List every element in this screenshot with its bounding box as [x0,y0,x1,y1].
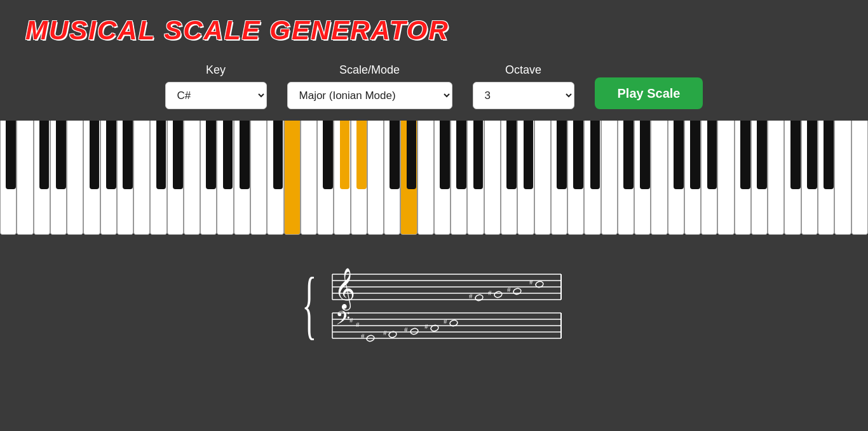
black-key-0[interactable] [6,121,16,189]
scale-control-group: Scale/Mode Major (Ionian Mode) Natural M… [287,63,452,109]
white-key-39[interactable] [651,121,667,235]
black-key-27[interactable] [640,121,650,189]
octave-select[interactable]: 1 2 3 4 5 [473,82,574,109]
black-key-23[interactable] [557,121,567,189]
scale-select[interactable]: Major (Ionian Mode) Natural Minor Harmon… [287,82,452,109]
black-key-29[interactable] [690,121,700,189]
black-key-19[interactable] [456,121,466,189]
svg-text:#: # [383,329,387,336]
white-key-1[interactable] [17,121,33,235]
black-key-26[interactable] [623,121,634,189]
white-key-36[interactable] [601,121,618,235]
svg-text:𝄢: 𝄢 [336,308,350,333]
app-title: MUSICAL SCALE GENERATOR [25,15,843,46]
svg-text:#: # [356,321,360,328]
black-key-33[interactable] [790,121,801,189]
black-key-31[interactable] [740,121,750,189]
svg-text:#: # [349,316,353,324]
svg-text:#: # [444,317,447,325]
black-key-16[interactable] [390,121,400,189]
black-key-30[interactable] [707,121,717,189]
black-key-35[interactable] [824,121,834,189]
black-key-17[interactable] [407,121,417,189]
white-key-25[interactable] [417,121,434,235]
svg-text:#: # [507,286,511,293]
black-key-3[interactable] [90,121,100,189]
black-key-7[interactable] [173,121,183,189]
white-key-43[interactable] [717,121,734,235]
black-key-34[interactable] [807,121,817,189]
controls-bar: Key C C# D D# E F F# G G# A A# B Scale/M… [0,52,868,121]
black-key-10[interactable] [240,121,250,189]
svg-text:#: # [469,292,473,300]
black-key-5[interactable] [123,121,133,189]
white-key-4[interactable] [67,121,83,235]
octave-label: Octave [505,63,541,77]
white-key-46[interactable] [768,121,784,235]
black-key-20[interactable] [473,121,484,189]
black-key-14[interactable] [340,121,350,189]
svg-text:{: { [302,263,316,347]
black-key-25[interactable] [590,121,600,189]
white-key-18[interactable] [301,121,317,235]
sheet-music-container: { 𝄞 𝄢 # [0,235,868,359]
white-key-32[interactable] [534,121,551,235]
black-key-1[interactable] [39,121,50,189]
black-key-18[interactable] [440,121,450,189]
white-key-15[interactable] [250,121,267,235]
black-key-21[interactable] [506,121,517,189]
white-key-29[interactable] [484,121,501,235]
key-label: Key [206,63,226,77]
svg-text:#: # [529,278,533,286]
svg-text:#: # [361,332,365,340]
svg-text:#: # [424,322,428,330]
black-key-15[interactable] [356,121,367,189]
black-key-2[interactable] [56,121,66,189]
piano-container [0,121,868,235]
svg-text:#: # [488,289,492,296]
piano-keyboard [0,121,868,235]
white-key-8[interactable] [133,121,150,235]
black-key-32[interactable] [757,121,767,189]
sheet-music: { 𝄞 𝄢 # [297,248,571,359]
sheet-music-svg: { 𝄞 𝄢 # [297,248,571,359]
key-control-group: Key C C# D D# E F F# G G# A A# B [165,63,267,109]
black-key-12[interactable] [290,121,300,189]
black-key-24[interactable] [573,121,583,189]
black-key-9[interactable] [223,121,233,189]
play-scale-button[interactable]: Play Scale [595,77,703,109]
black-key-11[interactable] [273,121,283,189]
svg-text:𝄞: 𝄞 [334,268,355,311]
octave-control-group: Octave 1 2 3 4 5 [473,63,574,109]
scale-label: Scale/Mode [339,63,400,77]
white-key-11[interactable] [184,121,200,235]
black-key-28[interactable] [674,121,684,189]
white-key-50[interactable] [834,121,851,235]
black-key-8[interactable] [206,121,216,189]
white-key-51[interactable] [851,121,868,235]
black-key-4[interactable] [106,121,116,189]
key-select[interactable]: C C# D D# E F F# G G# A A# B [165,82,267,109]
black-key-22[interactable] [524,121,534,189]
white-key-22[interactable] [367,121,384,235]
black-key-13[interactable] [323,121,333,189]
header: MUSICAL SCALE GENERATOR [0,0,868,52]
black-key-6[interactable] [156,121,166,189]
svg-text:#: # [404,326,408,333]
